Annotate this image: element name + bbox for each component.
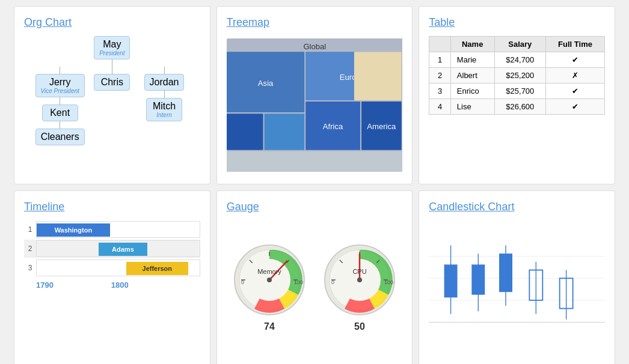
org-chart-tree: May President Jerry Vice President Kent … <box>24 36 200 145</box>
cpu-gauge-wrap: 0 100 CPU 50 <box>321 241 399 332</box>
small-blue2 <box>264 114 304 150</box>
treemap-svg: Global Europe Asia Africa America <box>227 36 403 174</box>
cpu-label-100: 100 <box>384 279 393 285</box>
timeline-bar-area-2: Adams <box>36 240 200 257</box>
org-chart-title: Org Chart <box>24 16 200 29</box>
mitch-name: Mitch <box>152 101 177 112</box>
gray-strip <box>227 151 403 172</box>
table-row: 4 Lise $26,600 ✔ <box>429 99 605 115</box>
cell-fulltime: ✗ <box>546 68 605 83</box>
africa-label: Africa <box>323 122 343 131</box>
col-fulltime: Full Time <box>546 37 605 52</box>
timeline-label-1790: 1790 <box>36 281 54 290</box>
gauge-card: Gauge <box>216 190 413 364</box>
org-node-jerry: Jerry Vice President <box>35 74 85 97</box>
candlestick-svg <box>429 220 605 353</box>
gauge-center <box>267 278 272 282</box>
cell-num: 4 <box>429 99 451 115</box>
org-node-chris: Chris <box>94 74 130 91</box>
timeline-bar-washington: Washington <box>37 223 110 237</box>
beige-rect <box>354 52 402 100</box>
timeline-row-3: 3 Jefferson <box>24 259 200 277</box>
org-node-may: May President <box>94 36 130 59</box>
timeline-bar-jefferson: Jefferson <box>126 262 188 275</box>
cell-name: Albert <box>450 68 494 83</box>
cell-num: 1 <box>429 52 451 68</box>
table-row: 1 Marie $24,700 ✔ <box>429 52 605 68</box>
org-node-mitch: Mitch Intern <box>146 98 182 121</box>
col-salary: Salary <box>494 37 546 52</box>
timeline-num-1: 1 <box>24 225 36 234</box>
col-name: Name <box>450 37 494 52</box>
table-row: 2 Albert $25,200 ✗ <box>429 68 605 83</box>
candlestick-title: Candlestick Chart <box>429 201 605 213</box>
cell-salary: $24,700 <box>494 52 546 68</box>
timeline-label-1800: 1800 <box>111 281 129 290</box>
cpu-value: 50 <box>354 321 365 332</box>
memory-label-inner: Memory <box>257 268 281 275</box>
chris-branch: Chris <box>86 67 138 91</box>
org-chart-card: Org Chart May President Jerry Vice Presi… <box>14 6 210 184</box>
global-label: Global <box>303 42 326 51</box>
timeline-num-2: 2 <box>24 244 36 253</box>
v-connector <box>112 59 112 67</box>
jerry-vline <box>60 67 60 74</box>
memory-gauge-wrap: 0 100 Memory 74 <box>230 241 308 332</box>
timeline-bar-area-1: Washington <box>36 221 200 238</box>
org-node-jordan: Jordan <box>144 74 185 91</box>
america-label: America <box>367 122 396 131</box>
jerry-role: Vice President <box>41 88 79 94</box>
chris-vline <box>112 67 112 74</box>
cell-salary: $25,200 <box>494 68 546 83</box>
treemap-card: Treemap Global Europe Asia Africa Americ <box>216 6 413 184</box>
main-grid: Org Chart May President Jerry Vice Presi… <box>8 0 621 364</box>
cell-name: Marie <box>450 52 494 68</box>
timeline-num-3: 3 <box>24 264 36 272</box>
candlestick-card: Candlestick Chart <box>419 190 615 364</box>
memory-gauge-svg: 0 100 Memory <box>230 241 308 319</box>
cell-num: 2 <box>429 68 451 83</box>
timeline-card: Timeline 1 Washington 2 Adams 3 Jefferso… <box>14 190 210 364</box>
jordan-vline2 <box>164 91 165 98</box>
table-card: Table Name Salary Full Time 1 Marie $24,… <box>419 6 615 184</box>
cell-name: Lise <box>450 99 494 115</box>
cpu-gauge-svg: 0 100 CPU <box>321 241 399 319</box>
timeline-title: Timeline <box>24 201 200 213</box>
memory-value: 74 <box>264 321 275 332</box>
timeline-x-labels: 1790 1800 end <box>24 278 200 290</box>
cell-fulltime: ✔ <box>546 52 605 68</box>
candle-3 <box>499 253 512 292</box>
treemap-title: Treemap <box>227 16 403 29</box>
jerry-vline2 <box>60 97 60 105</box>
gauge-container: 0 100 Memory 74 <box>227 220 403 353</box>
jordan-branch: Jordan Mitch Intern <box>138 67 191 121</box>
cell-num: 3 <box>429 83 451 99</box>
cell-name: Enrico <box>450 83 494 99</box>
asia-label: Asia <box>257 79 273 88</box>
table-title: Table <box>429 16 605 29</box>
jerry-name: Jerry <box>41 77 79 88</box>
treemap-container: Global Europe Asia Africa America <box>227 36 403 174</box>
timeline-row-2: 2 Adams <box>24 240 200 258</box>
mitch-role: Intern <box>152 112 177 118</box>
timeline-bar-area-3: Jefferson <box>36 259 200 276</box>
timeline-bar-adams: Adams <box>99 243 147 256</box>
org-node-role: President <box>99 50 124 56</box>
timeline-row-1: 1 Washington <box>24 220 200 238</box>
cpu-center <box>357 278 362 282</box>
gauge-label-100: 100 <box>294 279 303 285</box>
org-node-cleaners: Cleaners <box>35 129 85 145</box>
candle-1 <box>444 264 458 297</box>
candle-2 <box>472 264 485 294</box>
org-node-kent: Kent <box>42 105 78 121</box>
level1-container: Jerry Vice President Kent Cleaners Chris <box>34 67 190 145</box>
cell-fulltime: ✔ <box>546 99 605 115</box>
candlestick-container <box>429 220 605 353</box>
cell-salary: $26,600 <box>494 99 546 115</box>
cell-salary: $25,700 <box>494 83 546 99</box>
col-num <box>429 37 451 52</box>
gauge-label-0: 0 <box>241 279 244 285</box>
kent-vline <box>60 121 60 129</box>
small-blue1 <box>227 114 263 150</box>
table-row: 3 Enrico $25,700 ✔ <box>429 83 605 99</box>
